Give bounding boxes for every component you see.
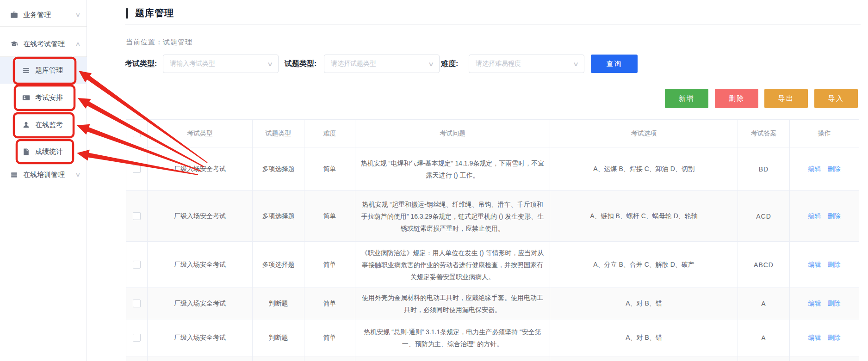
table-row: 厂级入场安全考试 多项选择题 简单 热机安规 “电焊和气焊-基本规定” 14.1… [126, 147, 859, 191]
add-button[interactable]: 新增 [665, 89, 708, 108]
sidebar-item-business-management[interactable]: 业务管理 ∨ [0, 3, 87, 27]
id-card-icon [22, 94, 30, 102]
question-type-cell: 多项选择题 [253, 147, 304, 191]
sidebar-item-exam-schedule[interactable]: 考试安排 [0, 84, 87, 111]
table-row: 厂级入场安全考试 判断题 简单 使用外壳为金属材料的电动工具时，应戴绝缘手套。使… [126, 288, 859, 319]
sidebar-item-label: 在线培训管理 [23, 171, 65, 179]
briefcase-icon [10, 11, 18, 19]
options-cell: A、运煤 B、焊接 C、卸油 D、切割 [550, 147, 738, 191]
select-all-cell [126, 120, 148, 147]
column-header-difficulty: 难度 [304, 120, 355, 147]
row-checkbox[interactable] [133, 300, 141, 307]
sidebar-item-question-bank[interactable]: 题库管理 [0, 57, 87, 84]
row-delete-link[interactable]: 删除 [828, 334, 841, 341]
column-header-question: 考试问题 [355, 120, 550, 147]
difficulty-cell: 简单 [304, 319, 355, 356]
sidebar-item-label: 题库管理 [35, 66, 63, 75]
question-type-cell: 多项选择题 [253, 191, 304, 242]
row-checkbox[interactable] [133, 165, 141, 173]
sidebar-item-online-proctoring[interactable]: 在线监考 [0, 111, 87, 138]
sidebar-item-label: 考试安排 [35, 93, 63, 102]
chevron-down-icon: ∨ [75, 12, 81, 18]
page-title-text: 题库管理 [135, 7, 174, 19]
delete-button[interactable]: 删除 [715, 89, 758, 108]
import-button[interactable]: 导入 [814, 89, 858, 108]
sidebar-item-online-training-management[interactable]: 在线培训管理 ∨ [0, 163, 87, 187]
exam-type-placeholder: 请输入考试类型 [170, 60, 215, 68]
difficulty-placeholder: 请选择难易程度 [476, 60, 521, 68]
difficulty-cell: 简单 [304, 288, 355, 319]
row-edit-link[interactable]: 编辑 [808, 165, 821, 172]
difficulty-cell: 简单 [304, 191, 355, 242]
row-delete-link[interactable]: 删除 [828, 165, 841, 172]
question-table: 考试类型 试题类型 难度 考试问题 考试选项 考试答案 操作 厂级入场安全考试 … [126, 119, 859, 361]
row-checkbox-cell [126, 147, 148, 191]
question-cell: 热机安规 “电焊和气焊-基本规定” 14.1.9条规定，下雨雪时，不宜露天进行 … [355, 147, 550, 191]
row-delete-link[interactable]: 删除 [828, 300, 841, 307]
query-button[interactable]: 查询 [591, 55, 638, 73]
table-cell-empty [148, 356, 253, 361]
table-header-row: 考试类型 试题类型 难度 考试问题 考试选项 考试答案 操作 [126, 120, 859, 147]
select-all-checkbox[interactable] [133, 129, 141, 137]
row-checkbox[interactable] [133, 212, 141, 220]
chevron-up-icon: ∧ [75, 41, 81, 47]
question-bank-management-page: { "page": { "title": "题库管理", "breadcrumb… [0, 0, 868, 361]
column-header-options: 考试选项 [550, 120, 738, 147]
answer-cell: A [738, 319, 790, 356]
sidebar-item-label: 在线考试管理 [23, 40, 65, 49]
user-icon [22, 121, 30, 129]
row-checkbox-cell [126, 319, 148, 356]
table-cell-empty [253, 356, 304, 361]
difficulty-cell: 简单 [304, 147, 355, 191]
table-cell-empty [790, 356, 859, 361]
question-cell: 《职业病防治法》规定：用人单位在发生 () 等情形时，应当对从事接触职业病危害的… [355, 242, 550, 288]
chevron-down-icon: ∨ [573, 61, 579, 67]
difficulty-select[interactable]: 请选择难易程度 ∨ [469, 55, 584, 73]
row-checkbox[interactable] [133, 334, 141, 342]
export-button[interactable]: 导出 [764, 89, 808, 108]
table-row: 厂级入场安全考试 多项选择题 简单 热机安规 “起重和搬运-钢丝绳、纤维绳、吊钩… [126, 191, 859, 242]
question-type-cell: 判断题 [253, 319, 304, 356]
exam-type-cell: 厂级入场安全考试 [148, 288, 253, 319]
answer-cell: ACD [738, 191, 790, 242]
exam-type-label: 考试类型: [125, 55, 157, 73]
exam-type-cell: 厂级入场安全考试 [148, 242, 253, 288]
sidebar: 业务管理 ∨ 在线考试管理 ∧ 题库管理 考试安排 在线监考 成绩统计 [0, 0, 87, 361]
title-accent-bar [126, 8, 128, 18]
graduation-cap-icon [10, 40, 18, 48]
column-header-answer: 考试答案 [738, 120, 790, 147]
sidebar-item-online-exam-management[interactable]: 在线考试管理 ∧ [0, 32, 87, 56]
header-divider [125, 24, 861, 25]
sidebar-item-score-statistics[interactable]: 成绩统计 [0, 138, 87, 165]
sidebar-item-label: 在线监考 [35, 121, 63, 129]
row-checkbox-cell [126, 288, 148, 319]
question-type-select[interactable]: 请选择试题类型 ∨ [324, 55, 440, 73]
exam-type-select[interactable]: 请输入考试类型 ∨ [163, 55, 279, 73]
table-cell-empty [304, 356, 355, 361]
question-cell: 热机安规 “起重和搬运-钢丝绳、纤维绳、吊钩、滑车、千斤顶和手拉葫芦的使用” 1… [355, 191, 550, 242]
server-icon [10, 171, 18, 179]
row-edit-link[interactable]: 编辑 [808, 334, 821, 341]
list-icon [22, 67, 30, 74]
chevron-down-icon: ∨ [267, 61, 273, 67]
question-table-body: 厂级入场安全考试 多项选择题 简单 热机安规 “电焊和气焊-基本规定” 14.1… [126, 147, 859, 361]
chevron-down-icon: ∨ [75, 171, 81, 178]
question-type-cell: 多项选择题 [253, 242, 304, 288]
options-cell: A、分立 B、合并 C、解散 D、破产 [550, 242, 738, 288]
row-edit-link[interactable]: 编辑 [808, 261, 821, 268]
row-edit-link[interactable]: 编辑 [808, 212, 821, 220]
sidebar-divider [0, 26, 87, 27]
row-delete-link[interactable]: 删除 [828, 261, 841, 268]
row-edit-link[interactable]: 编辑 [808, 300, 821, 307]
table-cell-empty [355, 356, 550, 361]
difficulty-label: 难度: [441, 55, 458, 73]
sidebar-item-label: 成绩统计 [35, 147, 63, 156]
actions-cell: 编辑删除 [790, 288, 859, 319]
page-title: 题库管理 [126, 7, 174, 19]
row-checkbox-cell [126, 191, 148, 242]
row-checkbox[interactable] [133, 261, 141, 269]
question-type-label: 试题类型: [285, 55, 316, 73]
question-type-placeholder: 请选择试题类型 [331, 60, 376, 68]
row-delete-link[interactable]: 删除 [828, 212, 841, 220]
question-type-cell: 判断题 [253, 288, 304, 319]
